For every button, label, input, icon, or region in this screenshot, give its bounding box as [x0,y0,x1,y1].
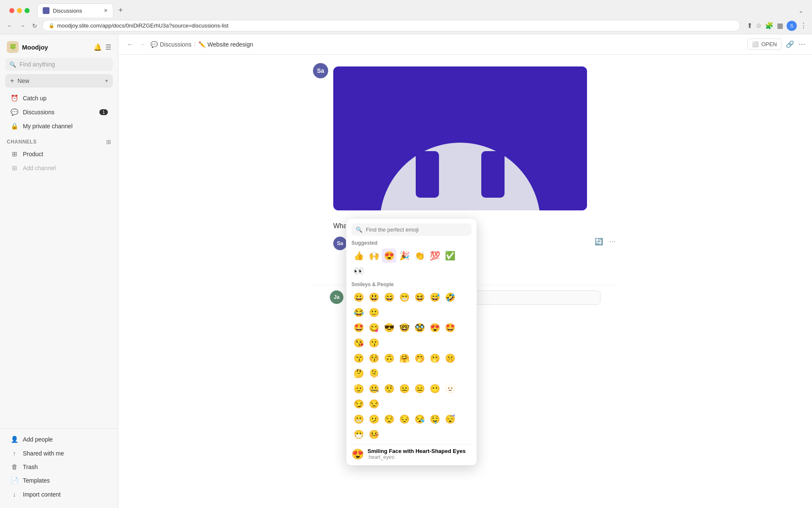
emoji-no-mouth[interactable]: 😶 [428,381,442,396]
emoji-sunglasses[interactable]: 😎 [382,320,396,335]
sidebar-item-add-people[interactable]: 👤 Add people [3,433,115,446]
emoji-thumbsup[interactable]: 👍 [351,248,366,263]
emoji-diagonal[interactable]: 🫤 [367,412,381,426]
new-tab-button[interactable]: + [115,4,126,17]
emoji-grimacing[interactable]: 😬 [351,412,366,426]
emoji-yum[interactable]: 😋 [367,320,381,335]
emoji-mask[interactable]: 😷 [351,427,366,442]
emoji-zipper[interactable]: 🤐 [367,381,381,396]
emoji-nerd[interactable]: 🤓 [397,320,411,335]
channels-layout-icon[interactable]: ⊞ [106,138,111,145]
emoji-pensive[interactable]: 😔 [397,412,411,426]
menu-button[interactable]: ⋮ [800,21,807,31]
emoji-hugging[interactable]: 🤗 [397,351,411,365]
link-button[interactable]: 🔗 [786,40,794,48]
emoji-hand-over-mouth[interactable]: 🤭 [412,351,427,365]
emoji-joy[interactable]: 😂 [351,305,366,320]
close-button[interactable] [9,8,14,13]
workspace-name[interactable]: 🍀 Moodjoy [7,41,48,53]
emoji-smiley[interactable]: 😃 [367,290,381,304]
emoji-grin[interactable]: 😀 [351,290,366,304]
share-button[interactable]: ⬆ [747,21,752,31]
emoji-party[interactable]: 🎉 [397,248,411,263]
emoji-search-input[interactable] [366,226,467,233]
emoji-rolling-laugh[interactable]: 🤣 [443,290,457,304]
breadcrumb-parent-link[interactable]: 💬 Discussions [151,41,192,48]
emoji-drooling[interactable]: 🤤 [428,412,442,426]
minimize-button[interactable] [17,8,22,13]
sidebar-item-shared[interactable]: ↑ Shared with me [3,447,115,460]
emoji-kissing-closed[interactable]: 😚 [367,351,381,365]
emoji-sweat[interactable]: 😅 [428,290,442,304]
emoji-heart-eyes[interactable]: 😍 [382,248,396,263]
search-bar[interactable]: 🔍 Find anything [5,58,113,71]
new-button[interactable]: + New ▾ [5,74,113,88]
url-text: moodjoy.slite.com/app/docs/0niDiRZGErhU3… [57,22,228,29]
emoji-sweat-smile[interactable]: 😆 [412,290,427,304]
emoji-smile[interactable]: 😄 [382,290,396,304]
reload-button[interactable]: ↻ [30,21,39,31]
emoji-raised-eyebrow[interactable]: 🤨 [382,381,396,396]
emoji-beam[interactable]: 😁 [397,290,411,304]
maximize-button[interactable] [25,8,30,13]
emoji-starstruck-2[interactable]: 🤩 [443,320,457,335]
back-button[interactable]: ← [5,21,14,31]
emoji-kissing-heart[interactable]: 😘 [351,336,366,350]
emoji-neutral[interactable]: 😐 [397,381,411,396]
emoji-thinking[interactable]: 🤔 [351,366,366,381]
extension-button[interactable]: 🧩 [765,21,774,31]
notifications-button[interactable]: 🔔 [93,43,102,51]
sidebar-item-trash[interactable]: 🗑 Trash [3,460,115,473]
emoji-kissing-smiling[interactable]: 😙 [351,351,366,365]
emoji-expressionless[interactable]: 😑 [412,381,427,396]
sidebar-item-templates[interactable]: 📄 Templates [3,474,115,487]
user-profile-button[interactable]: S [787,21,797,31]
emoji-kissing[interactable]: 😗 [367,336,381,350]
emoji-100[interactable]: 💯 [428,248,442,263]
emoji-suggested-row: 👍 🙌 😍 🎉 👏 💯 ✅ 👀 [351,248,472,278]
active-tab[interactable]: Discussions ✕ [37,3,113,17]
sidebar-item-add-channel[interactable]: ⊞ Add channel [3,161,115,175]
sidebar-label-add-people: Add people [23,436,53,443]
emoji-heart-eyes-2[interactable]: 😍 [428,320,442,335]
emoji-eyes[interactable]: 👀 [351,264,366,278]
emoji-shush[interactable]: 🤫 [443,351,457,365]
forward-button[interactable]: → [18,21,27,31]
layout-toggle-button[interactable]: ☰ [105,43,111,51]
sidebar-item-product[interactable]: ⊞ Product [3,147,115,161]
emoji-search-bar[interactable]: 🔍 [351,224,472,236]
sidebar-item-discussions[interactable]: 💬 Discussions 1 [3,105,115,119]
forward-nav-button[interactable]: → [137,39,147,50]
emoji-clap[interactable]: 👏 [412,248,427,263]
emoji-slightly-smiling[interactable]: 🙂 [367,305,381,320]
sidebar-item-catch-up[interactable]: ⏰ Catch up [3,91,115,105]
emoji-raised-hands[interactable]: 🙌 [367,248,381,263]
sidebar-label-product: Product [23,151,43,157]
open-button[interactable]: ⬜ OPEN [747,39,782,50]
reply-more-button[interactable]: ⋯ [607,237,617,246]
emoji-unamused[interactable]: 😒 [367,397,381,411]
emoji-check[interactable]: ✅ [443,248,457,263]
emoji-disguise[interactable]: 🥸 [412,320,427,335]
emoji-sleeping[interactable]: 😴 [443,412,457,426]
emoji-dotted[interactable]: 🫥 [443,381,457,396]
reply-refresh-button[interactable]: 🔄 [593,237,605,246]
emoji-sick[interactable]: 🤒 [367,427,381,442]
emoji-sleepy[interactable]: 😪 [412,412,427,426]
emoji-smirk[interactable]: 😏 [351,397,366,411]
emoji-melting[interactable]: 🫠 [367,366,381,381]
emoji-relieved[interactable]: 😌 [382,412,396,426]
more-options-button[interactable]: ⋯ [798,40,805,48]
emoji-salute[interactable]: 🫡 [351,381,366,396]
tab-close-button[interactable]: ✕ [104,8,108,14]
emoji-gasp[interactable]: 🫢 [428,351,442,365]
bookmark-button[interactable]: ☆ [756,21,762,31]
sidebar-item-private[interactable]: 🔒 My private channel [3,119,115,133]
emoji-starstruck[interactable]: 🤩 [351,320,366,335]
sidebar-toggle-button[interactable]: ▦ [777,21,783,31]
window-expand-button[interactable]: ⌄ [798,7,807,14]
url-bar[interactable]: 🔒 moodjoy.slite.com/app/docs/0niDiRZGErh… [42,20,740,31]
sidebar-item-import[interactable]: ↓ Import content [3,488,115,501]
emoji-upside-down[interactable]: 🙃 [382,351,396,365]
back-nav-button[interactable]: ← [125,39,135,50]
